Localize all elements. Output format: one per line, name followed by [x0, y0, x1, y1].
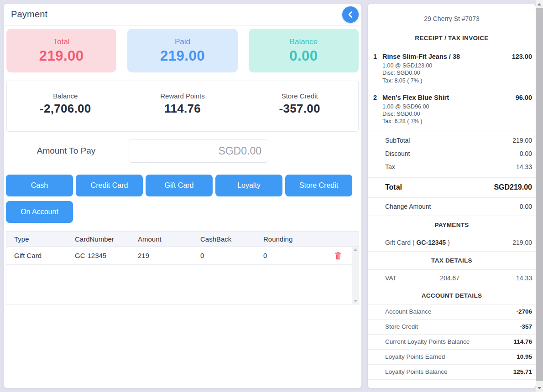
loyalty-points-balance-row: Loyalty Points Balance 125.71 — [368, 365, 536, 380]
change-amount-row: Change Amount 0.00 — [368, 198, 536, 216]
column-header-cardnumber: CardNumber — [75, 235, 138, 243]
column-header-type: Type — [6, 235, 75, 243]
account-row-value: 10.95 — [517, 353, 532, 360]
payments-table-header: Type CardNumber Amount CashBack Rounding — [6, 232, 359, 247]
delete-payment-button[interactable] — [334, 252, 342, 260]
scroll-down-icon — [538, 387, 541, 389]
receipt-title: RECEIPT / TAX INVOICE — [368, 28, 536, 48]
discount-label: Discount — [385, 150, 520, 157]
paid-label: Paid — [175, 37, 190, 46]
chevron-left-icon — [346, 10, 355, 19]
vat-label: VAT — [385, 274, 418, 282]
window-scrollbar[interactable] — [536, 0, 543, 392]
item-price: 96.00 — [516, 94, 532, 101]
scroll-up-icon — [538, 3, 541, 5]
vat-base-value: 204.67 — [418, 274, 459, 282]
tax-label: Tax — [385, 163, 516, 170]
item-index: 1 — [373, 53, 382, 60]
cash-button[interactable]: Cash — [6, 175, 73, 196]
loyalty-points-earned-row: Loyalty Points Earned 10.95 — [368, 350, 536, 365]
account-details-section-header: ACCOUNT DETAILS — [368, 287, 536, 304]
cell-type: Gift Card — [6, 252, 75, 259]
account-summary-box: Balance -2,706.00 Reward Points 114.76 S… — [6, 81, 359, 132]
payments-table: Type CardNumber Amount CashBack Rounding… — [6, 231, 359, 304]
store-credit-button[interactable]: Store Credit — [285, 175, 352, 196]
on-account-button[interactable]: On Account — [6, 201, 73, 223]
account-balance-summary: Balance -2,706.00 — [7, 92, 124, 116]
account-row-value: -2706 — [516, 308, 532, 315]
payment-header: Payment — [4, 4, 361, 26]
store-address: 29 Cherry St #7073 — [368, 9, 536, 28]
account-row-label: Loyalty Points Balance — [385, 368, 513, 375]
payment-method-buttons: Cash Credit Card Gift Card Loyalty Store… — [6, 175, 359, 223]
account-row-label: Store Credit — [385, 323, 520, 330]
back-button[interactable] — [342, 6, 359, 23]
credit-card-button[interactable]: Credit Card — [76, 175, 143, 196]
cell-amount: 219 — [138, 252, 200, 259]
cell-cardnumber: GC-12345 — [75, 252, 138, 259]
account-row-value: 125.71 — [513, 368, 532, 375]
account-row-value: -357 — [520, 323, 532, 330]
vat-amount-value: 14.33 — [516, 274, 532, 282]
reward-points-value: 114.76 — [124, 102, 241, 116]
current-loyalty-points-row: Current Loyalty Points Balance 114.76 — [368, 335, 536, 350]
item-price: 123.00 — [512, 53, 532, 60]
payment-line-value: 219.00 — [512, 239, 532, 246]
store-credit-label: Store Credit — [241, 92, 358, 100]
discount-row: Discount 0.00 — [368, 147, 536, 160]
balance-label: Balance — [290, 37, 318, 46]
item-index: 2 — [373, 94, 382, 101]
account-balance-label: Balance — [7, 92, 124, 100]
scrollbar-up-button[interactable] — [536, 0, 543, 8]
item-disc-line: Disc: SGD0.00 — [382, 69, 532, 77]
payment-suffix-text: ) — [446, 239, 450, 246]
column-header-rounding: Rounding — [263, 235, 321, 243]
item-details: 1.00 @ SGD123.00 Disc: SGD0.00 Tax: 8.05… — [382, 62, 532, 84]
tax-details-section-header: TAX DETAILS — [368, 252, 536, 270]
cell-cashback: 0 — [200, 252, 263, 259]
column-header-cashback: CashBack — [200, 235, 263, 243]
amount-to-pay-label: Amount To Pay — [4, 146, 129, 156]
item-tax-line: Tax: 6.28 ( 7% ) — [382, 118, 532, 125]
amount-to-pay-row: Amount To Pay — [4, 139, 361, 163]
loyalty-button[interactable]: Loyalty — [215, 175, 282, 196]
vat-row: VAT 204.67 14.33 — [368, 270, 536, 287]
balance-value: 0.00 — [289, 48, 318, 64]
cell-rounding: 0 — [263, 252, 321, 259]
scroll-down-icon — [354, 300, 357, 302]
total-label: Total — [53, 37, 70, 46]
amount-to-pay-input[interactable] — [129, 139, 268, 163]
payment-card-number: GC-12345 — [416, 239, 446, 246]
paid-value: 219.00 — [160, 48, 205, 64]
trash-icon — [334, 254, 342, 261]
account-row-label: Loyalty Points Earned — [385, 353, 517, 360]
payment-panel: Payment Total 219.00 Paid 219.00 Balance… — [4, 4, 361, 388]
paid-card: Paid 219.00 — [127, 29, 237, 72]
item-tax-line: Tax: 8.05 ( 7% ) — [382, 77, 532, 84]
payments-section-header: PAYMENTS — [368, 216, 536, 234]
summary-cards: Total 219.00 Paid 219.00 Balance 0.00 — [6, 29, 359, 72]
subtotal-row: SubTotal 219.00 — [368, 134, 536, 147]
gift-card-button[interactable]: Gift Card — [146, 175, 213, 196]
receipt-item: 2 Men's Flex Blue Shirt 96.00 1.00 @ SGD… — [368, 89, 536, 130]
item-disc-line: Disc: SGD0.00 — [382, 110, 532, 118]
grand-total-value: SGD219.00 — [494, 183, 532, 191]
store-credit-row: Store Credit -357 — [368, 320, 536, 335]
item-name: Rinse Slim-Fit Jeans / 38 — [382, 53, 512, 60]
receipt-item: 1 Rinse Slim-Fit Jeans / 38 123.00 1.00 … — [368, 48, 536, 89]
store-credit-summary: Store Credit -357.00 — [241, 92, 358, 116]
account-row-value: 114.76 — [513, 338, 532, 345]
item-name: Men's Flex Blue Shirt — [382, 94, 516, 101]
account-balance-value: -2,706.00 — [7, 102, 124, 116]
item-details: 1.00 @ SGD96.00 Disc: SGD0.00 Tax: 6.28 … — [382, 103, 532, 125]
receipt-panel: 29 Cherry St #7073 RECEIPT / TAX INVOICE… — [368, 4, 536, 388]
table-scrollbar[interactable] — [352, 247, 359, 304]
account-balance-row: Account Balance -2706 — [368, 304, 536, 320]
change-amount-value: 0.00 — [520, 203, 532, 210]
subtotal-label: SubTotal — [385, 137, 512, 144]
total-value: 219.00 — [39, 48, 84, 64]
change-amount-label: Change Amount — [385, 203, 520, 210]
scrollbar-thumb[interactable] — [536, 8, 543, 381]
scrollbar-down-button[interactable] — [536, 384, 543, 392]
tax-value: 14.33 — [516, 163, 532, 170]
